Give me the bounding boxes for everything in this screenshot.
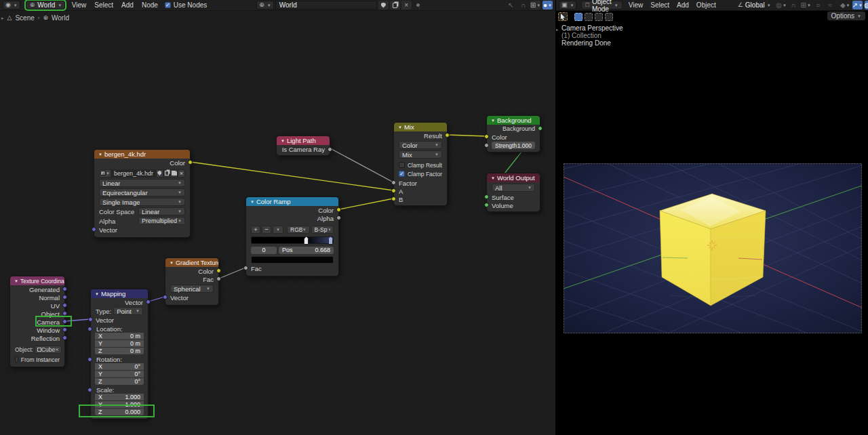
- copy-image-button[interactable]: [163, 169, 171, 178]
- image-browse-button[interactable]: ▼: [99, 169, 111, 178]
- fake-user-shield-button[interactable]: [378, 1, 389, 9]
- scale-y-field[interactable]: Y1.000: [95, 401, 144, 408]
- shader-type-dropdown[interactable]: ⊕ World ▼: [26, 1, 65, 9]
- node-mapping[interactable]: ▼Mapping Vector Type: Point▼ Vector Loca…: [90, 289, 149, 419]
- input-socket-rotation[interactable]: [87, 357, 92, 362]
- output-socket-normal[interactable]: [62, 295, 67, 299]
- object-field[interactable]: Cube ×: [35, 346, 62, 354]
- mode-dropdown[interactable]: □ Object Mode ▼: [581, 1, 622, 9]
- output-socket-uv[interactable]: [62, 303, 67, 308]
- interpolation-dropdown[interactable]: B-Spline▼: [311, 226, 334, 234]
- scale-x-field[interactable]: X1.000: [95, 394, 144, 400]
- breadcrumb-world[interactable]: World: [52, 14, 69, 22]
- collapse-chevron-icon[interactable]: ▼: [250, 200, 254, 204]
- close-icon[interactable]: ×: [55, 346, 59, 353]
- expand-arrow-icon[interactable]: ▸: [556, 26, 559, 33]
- output-socket-generated[interactable]: [62, 287, 67, 291]
- input-socket-scale[interactable]: [87, 388, 92, 392]
- proportional-falloff-dropdown[interactable]: ≈: [825, 1, 835, 9]
- output-socket-vector[interactable]: [146, 299, 151, 304]
- add-stop-button[interactable]: +: [251, 226, 260, 234]
- input-socket-vector[interactable]: [163, 295, 167, 299]
- menu-view[interactable]: View: [627, 1, 645, 9]
- input-socket-fac[interactable]: [243, 266, 248, 270]
- projection-dropdown[interactable]: Equirectangular▼: [99, 188, 185, 196]
- location-z-field[interactable]: Z0 m: [95, 348, 144, 354]
- color-mode-dropdown[interactable]: RGB▼: [287, 226, 310, 234]
- breadcrumb-scene[interactable]: Scene: [15, 14, 34, 22]
- use-nodes-toggle[interactable]: ✓ Use Nodes: [165, 1, 207, 9]
- data-type-dropdown[interactable]: Color▼: [399, 141, 442, 149]
- browse-world-button[interactable]: ⊕ ▼: [256, 1, 274, 9]
- output-socket-result[interactable]: [445, 133, 450, 138]
- blend-mode-dropdown[interactable]: Mix▼: [399, 150, 442, 159]
- source-dropdown[interactable]: Single Image▼: [99, 198, 185, 206]
- menu-view[interactable]: View: [71, 1, 88, 9]
- input-socket-volume[interactable]: [484, 203, 489, 207]
- clamp-factor-checkbox[interactable]: ✓: [399, 171, 405, 177]
- menu-select[interactable]: Select: [649, 1, 671, 9]
- node-texture-coordinate[interactable]: ▼Texture Coordinate Generated Normal UV …: [9, 276, 65, 367]
- output-socket-color[interactable]: [216, 268, 221, 273]
- new-copy-button[interactable]: [390, 1, 400, 9]
- node-environment-texture[interactable]: ▼bergen_4k.hdr Color ▼ bergen_4k.hdr ×: [94, 149, 191, 238]
- pin-button[interactable]: [413, 1, 423, 9]
- input-socket-vector[interactable]: [88, 317, 93, 322]
- output-socket-fac[interactable]: [216, 276, 221, 281]
- select-mode-extend-button[interactable]: [585, 13, 593, 21]
- output-socket-reflection[interactable]: [62, 335, 67, 340]
- world-name-field[interactable]: World: [275, 1, 377, 9]
- collapse-chevron-icon[interactable]: ▼: [398, 125, 402, 129]
- snap-target-dropdown[interactable]: ⊞▼: [801, 1, 811, 9]
- remove-stop-button[interactable]: −: [262, 226, 271, 234]
- select-mode-intersect-button[interactable]: [605, 13, 613, 21]
- input-socket-vector[interactable]: [92, 227, 96, 232]
- output-target-dropdown[interactable]: All▼: [492, 184, 535, 192]
- select-mode-subtract-button[interactable]: [595, 13, 603, 21]
- fake-user-button[interactable]: [156, 169, 163, 178]
- output-socket-color[interactable]: [336, 207, 341, 212]
- node-world-output[interactable]: ▼World Output All▼ Surface Volume: [486, 173, 540, 212]
- collapse-chevron-icon[interactable]: ▼: [95, 292, 99, 296]
- menu-select[interactable]: Select: [93, 1, 115, 9]
- node-light-path[interactable]: ▼Light Path Is Camera Ray: [276, 136, 330, 156]
- editor-type-button[interactable]: ◉ ▼: [3, 1, 20, 9]
- overlays-toggle[interactable]: ●▼: [542, 1, 553, 9]
- collapse-chevron-icon[interactable]: ▼: [491, 119, 495, 123]
- snap-toggle[interactable]: ∩: [789, 1, 799, 9]
- location-y-field[interactable]: Y0 m: [95, 340, 144, 347]
- from-instancer-checkbox[interactable]: [15, 356, 18, 362]
- unlink-image-button[interactable]: ×: [178, 169, 185, 178]
- expand-arrow-icon[interactable]: ▸: [1, 16, 4, 21]
- rotation-z-field[interactable]: Z0°: [95, 378, 144, 385]
- menu-object[interactable]: Object: [695, 1, 717, 9]
- options-dropdown[interactable]: Options ▼: [827, 12, 865, 20]
- viewport-3d[interactable]: ▣ ▼ □ Object Mode ▼ View Select Add Obje…: [556, 0, 868, 435]
- stop-color-swatch[interactable]: [251, 256, 334, 264]
- pivot-point-dropdown[interactable]: ◎▼: [776, 1, 787, 9]
- interpolation-dropdown[interactable]: Linear▼: [99, 179, 185, 187]
- input-socket-strength[interactable]: [484, 143, 489, 148]
- node-gradient-texture[interactable]: ▼Gradient Texture Color Fac Spherical▼ V…: [165, 257, 219, 306]
- show-gizmo-toggle[interactable]: ↗▼: [852, 1, 863, 9]
- stop-position-field[interactable]: Pos 0.668: [279, 247, 334, 254]
- mapping-type-dropdown[interactable]: Point▼: [113, 307, 143, 315]
- input-socket-a[interactable]: [391, 188, 396, 193]
- proportional-editing-toggle[interactable]: ○: [813, 1, 823, 9]
- output-socket-color[interactable]: [188, 160, 193, 165]
- clamp-result-checkbox[interactable]: [399, 162, 405, 168]
- output-socket-camera[interactable]: [62, 319, 67, 324]
- input-socket-surface[interactable]: [484, 194, 489, 199]
- ramp-handle-active[interactable]: [304, 236, 309, 245]
- input-socket-b[interactable]: [391, 196, 396, 201]
- location-x-field[interactable]: X0 m: [95, 333, 144, 339]
- view-object-types-dropdown[interactable]: ◆▼: [840, 1, 850, 9]
- collapse-chevron-icon[interactable]: ▼: [98, 152, 102, 157]
- parent-tree-button[interactable]: ↖: [506, 1, 516, 9]
- ramp-tools-dropdown[interactable]: ▼: [273, 226, 283, 234]
- collapse-chevron-icon[interactable]: ▼: [170, 261, 174, 265]
- open-image-button[interactable]: [170, 169, 178, 178]
- editor-type-button[interactable]: ▣ ▼: [559, 1, 576, 9]
- rotation-y-field[interactable]: Y0°: [95, 371, 144, 377]
- node-color-ramp[interactable]: ▼Color Ramp Color Alpha + − ▼ RGB▼ B-Spl…: [245, 196, 339, 276]
